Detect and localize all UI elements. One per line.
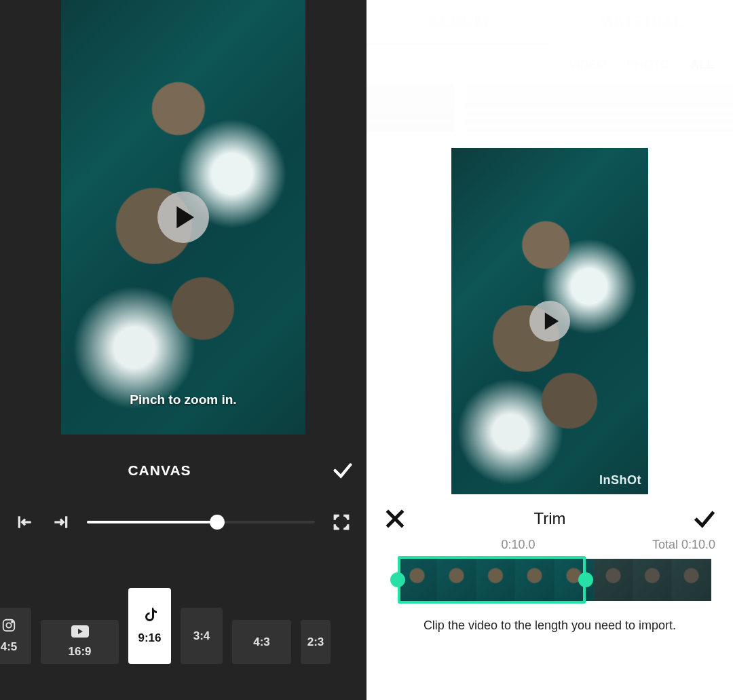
filter-photo[interactable]: PHOTO bbox=[626, 58, 670, 72]
trim-current-time: 0:10.0 bbox=[384, 538, 652, 552]
ratio-3-4[interactable]: 3:4 bbox=[181, 608, 223, 664]
play-icon bbox=[544, 312, 559, 330]
import-video-preview[interactable]: InShOt bbox=[451, 148, 648, 494]
trim-selection bbox=[398, 556, 586, 604]
video-preview[interactable]: Pinch to zoom in. bbox=[61, 0, 305, 435]
canvas-label-row: CANVAS bbox=[0, 447, 366, 494]
preview-area: Pinch to zoom in. bbox=[0, 0, 366, 447]
cancel-trim-button[interactable] bbox=[381, 505, 409, 532]
align-end-icon bbox=[52, 513, 69, 531]
youtube-icon bbox=[71, 625, 89, 641]
trim-title: Trim bbox=[533, 509, 565, 528]
media-thumb[interactable] bbox=[366, 84, 455, 132]
close-icon bbox=[381, 505, 409, 532]
play-button[interactable] bbox=[529, 301, 570, 342]
aspect-ratio-row[interactable]: 4:516:99:163:44:32:3 bbox=[0, 550, 366, 693]
zoom-slider[interactable] bbox=[87, 509, 315, 536]
ratio-9-16[interactable]: 9:16 bbox=[128, 588, 171, 664]
fit-screen-icon bbox=[333, 513, 350, 531]
ratio-label: 4:5 bbox=[1, 640, 18, 654]
timeline-frame bbox=[633, 559, 673, 601]
tab-album[interactable]: ALBUM bbox=[366, 0, 550, 43]
trim-times: 0:10.0 Total 0:10.0 bbox=[366, 536, 733, 556]
ratio-label: 2:3 bbox=[307, 635, 324, 649]
ratio-label: 9:16 bbox=[138, 631, 161, 645]
trim-header: Trim bbox=[366, 494, 733, 536]
timeline-frame bbox=[672, 559, 711, 601]
confirm-canvas-button[interactable] bbox=[319, 459, 366, 482]
trim-handle-right[interactable] bbox=[578, 572, 593, 587]
trim-timeline[interactable] bbox=[376, 556, 723, 604]
play-icon bbox=[175, 206, 194, 229]
check-icon bbox=[691, 505, 718, 532]
ratio-4-3[interactable]: 4:3 bbox=[232, 620, 291, 664]
align-end-button[interactable] bbox=[45, 506, 76, 538]
align-start-button[interactable] bbox=[10, 506, 41, 538]
media-thumb[interactable] bbox=[466, 84, 733, 132]
zoom-hint: Pinch to zoom in. bbox=[61, 392, 305, 407]
ratio-2-3[interactable]: 2:3 bbox=[301, 620, 331, 664]
align-start-icon bbox=[16, 513, 34, 531]
svg-point-2 bbox=[12, 621, 13, 623]
media-filter-tabs: VIDEO PHOTO ALL bbox=[366, 45, 733, 84]
fit-screen-button[interactable] bbox=[326, 506, 357, 538]
watermark: InShOt bbox=[599, 473, 641, 487]
canvas-editor-panel: Pinch to zoom in. CANVAS bbox=[0, 0, 366, 700]
svg-point-1 bbox=[6, 623, 11, 627]
ratio-label: 16:9 bbox=[68, 645, 91, 659]
ratio-16-9[interactable]: 16:9 bbox=[41, 620, 119, 664]
trim-total-time: Total 0:10.0 bbox=[652, 538, 715, 552]
tab-material[interactable]: MATERIAL bbox=[550, 0, 733, 43]
import-trim-panel: ALBUM MATERIAL VIDEO PHOTO ALL InShOt bbox=[366, 0, 733, 700]
canvas-section-label: CANVAS bbox=[0, 462, 319, 479]
ratio-label: 4:3 bbox=[253, 635, 270, 649]
ratio-4-5[interactable]: 4:5 bbox=[0, 608, 31, 664]
top-tabs: ALBUM MATERIAL bbox=[366, 0, 733, 43]
timeline-frame bbox=[594, 559, 633, 601]
trim-handle-left[interactable] bbox=[390, 572, 405, 587]
filter-all[interactable]: ALL bbox=[690, 58, 714, 72]
instagram-icon bbox=[1, 618, 16, 636]
filter-video[interactable]: VIDEO bbox=[568, 58, 606, 72]
tiktok-icon bbox=[143, 608, 157, 627]
trim-instruction: Clip the video to the length you need to… bbox=[366, 604, 733, 648]
check-icon bbox=[331, 459, 354, 482]
zoom-slider-row bbox=[0, 494, 366, 550]
confirm-trim-button[interactable] bbox=[691, 505, 718, 532]
play-button[interactable] bbox=[157, 191, 209, 243]
media-thumb-row bbox=[366, 84, 733, 132]
ratio-label: 3:4 bbox=[193, 629, 210, 643]
